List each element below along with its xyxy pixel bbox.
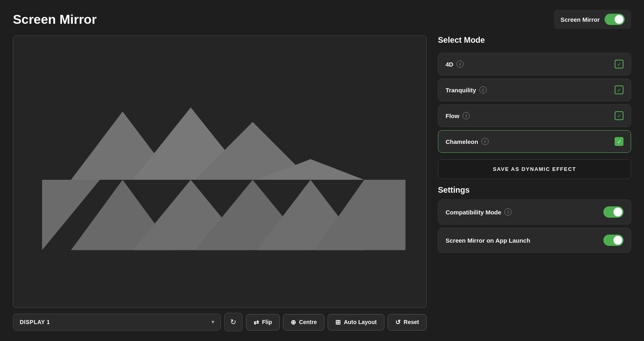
reset-label: Reset — [404, 319, 419, 325]
mode-4d-checkbox[interactable]: ✓ — [615, 60, 623, 69]
screen-mirror-toggle[interactable] — [605, 14, 625, 25]
compatibility-mode-toggle[interactable] — [603, 206, 623, 218]
screen-mirror-app-launch-left: Screen Mirror on App Launch — [446, 237, 530, 244]
centre-button[interactable]: ⊕ Centre — [283, 314, 324, 331]
header: Screen Mirror Screen Mirror — [0, 0, 644, 35]
settings-title: Settings — [438, 185, 631, 195]
compatibility-mode-label: Compatibility Mode — [446, 209, 501, 216]
select-mode-title: Select Mode — [438, 35, 631, 45]
canvas-area — [13, 35, 427, 308]
main-content: DISPLAY 1 DISPLAY 2 ▼ ↻ ⇄ Flip ⊕ Centre … — [0, 35, 644, 341]
screen-mirror-toggle-group: Screen Mirror — [554, 10, 631, 29]
bottom-controls: DISPLAY 1 DISPLAY 2 ▼ ↻ ⇄ Flip ⊕ Centre … — [13, 313, 427, 335]
select-mode-section: Select Mode — [438, 35, 631, 46]
mode-tranquility-label: Tranquility — [446, 87, 476, 94]
compatibility-mode-left: Compatibility Mode i — [446, 208, 512, 216]
refresh-icon: ↻ — [230, 318, 236, 326]
auto-layout-icon: ⊞ — [335, 318, 341, 326]
screen-mirror-app-launch-label: Screen Mirror on App Launch — [446, 237, 530, 244]
centre-label: Centre — [299, 319, 317, 325]
mode-4d-info-icon[interactable]: i — [456, 60, 464, 68]
settings-section: Settings Compatibility Mode i Screen Mir… — [438, 185, 631, 253]
flip-button[interactable]: ⇄ Flip — [246, 314, 280, 331]
screen-mirror-app-launch-item: Screen Mirror on App Launch — [438, 228, 631, 253]
mode-flow-label: Flow — [446, 112, 459, 119]
mode-item-4d[interactable]: 4D i ✓ — [438, 53, 631, 75]
flip-icon: ⇄ — [254, 318, 259, 326]
action-buttons: ⇄ Flip ⊕ Centre ⊞ Auto Layout ↺ Reset — [246, 314, 427, 331]
mode-chameleon-label: Chameleon — [446, 138, 478, 145]
reset-button[interactable]: ↺ Reset — [388, 314, 427, 331]
mode-flow-checkbox[interactable]: ✓ — [615, 111, 623, 120]
compatibility-mode-item: Compatibility Mode i — [438, 200, 631, 225]
mode-chameleon-checkbox[interactable]: ✓ — [615, 137, 623, 146]
auto-layout-button[interactable]: ⊞ Auto Layout — [328, 314, 384, 331]
auto-layout-label: Auto Layout — [344, 319, 377, 325]
display-select[interactable]: DISPLAY 1 DISPLAY 2 — [13, 314, 221, 331]
save-dynamic-effect-button[interactable]: SAVE AS DYNAMIC EFFECT — [438, 159, 631, 179]
right-panel: Select Mode 4D i ✓ Tranquility i ✓ — [438, 35, 631, 335]
mode-item-tranquility-left: Tranquility i — [446, 86, 487, 94]
centre-icon: ⊕ — [291, 318, 296, 326]
mode-list: 4D i ✓ Tranquility i ✓ Flow i ✓ — [438, 53, 631, 153]
mode-item-chameleon[interactable]: Chameleon i ✓ — [438, 130, 631, 153]
mode-item-4d-left: 4D i — [446, 60, 464, 68]
compatibility-mode-info-icon[interactable]: i — [504, 208, 512, 216]
mode-item-chameleon-left: Chameleon i — [446, 138, 489, 145]
mode-item-flow[interactable]: Flow i ✓ — [438, 104, 631, 127]
flip-label: Flip — [262, 319, 272, 325]
mode-chameleon-info-icon[interactable]: i — [481, 138, 489, 145]
reset-icon: ↺ — [395, 318, 400, 326]
refresh-button[interactable]: ↻ — [224, 313, 243, 331]
display-select-wrapper: DISPLAY 1 DISPLAY 2 ▼ — [13, 314, 221, 331]
canvas-panel: DISPLAY 1 DISPLAY 2 ▼ ↻ ⇄ Flip ⊕ Centre … — [13, 35, 427, 335]
screen-mirror-toggle-label: Screen Mirror — [560, 16, 600, 23]
mode-item-flow-left: Flow i — [446, 112, 470, 119]
screen-mirror-app-launch-toggle[interactable] — [603, 235, 623, 246]
page-title: Screen Mirror — [13, 12, 97, 27]
mode-tranquility-info-icon[interactable]: i — [479, 86, 487, 94]
triangles-visualization — [34, 63, 405, 280]
mode-item-tranquility[interactable]: Tranquility i ✓ — [438, 79, 631, 101]
mode-4d-label: 4D — [446, 61, 453, 68]
mode-flow-info-icon[interactable]: i — [462, 112, 470, 119]
mode-tranquility-checkbox[interactable]: ✓ — [615, 85, 623, 94]
